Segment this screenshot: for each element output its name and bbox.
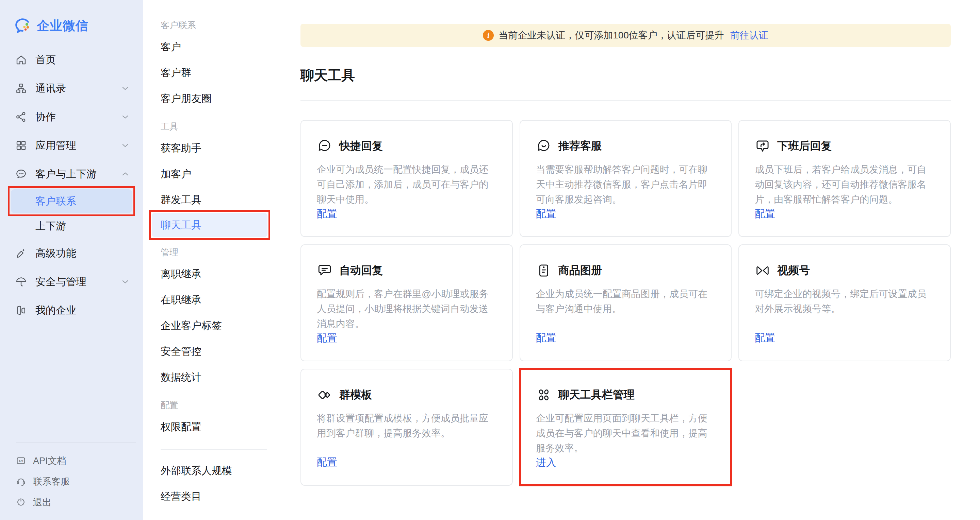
sidebar-item-up-downstream[interactable]: 上下游: [11, 214, 132, 238]
enter-link[interactable]: 进入: [536, 456, 716, 470]
group-template-icon: [317, 387, 332, 403]
submenu-item-resign-inherit[interactable]: 离职继承: [143, 261, 278, 287]
card-group-template: 群模板 将群设置项配置成模板，方便成员批量应用到客户群聊，提高服务效率。 配置: [301, 369, 513, 486]
submenu-section-header: 客户联系: [143, 16, 278, 34]
apps-grid-icon: [15, 140, 27, 152]
card-header: 群模板: [317, 387, 497, 403]
sidebar-item-app-management[interactable]: 应用管理: [0, 131, 143, 160]
chevron-down-icon: [121, 277, 130, 287]
sidebar-item-collaboration[interactable]: 协作: [0, 103, 143, 131]
card-header: 商品图册: [536, 263, 716, 278]
card-title: 视频号: [777, 263, 810, 278]
submenu-item-data-statistics[interactable]: 数据统计: [143, 364, 278, 390]
configure-link[interactable]: 配置: [755, 331, 935, 345]
card-description: 可绑定企业的视频号，绑定后可设置成员 对外展示视频号等。: [755, 287, 935, 316]
submenu-item-label: 客户群: [161, 66, 191, 80]
submenu-item-group-message-tool[interactable]: 群发工具: [143, 187, 278, 213]
submenu-item-customer-tags[interactable]: 企业客户标签: [143, 313, 278, 339]
primary-sidebar: 企业微信 首页 通讯录: [0, 0, 143, 520]
card-title: 快捷回复: [339, 139, 383, 154]
submenu-item-add-customer[interactable]: 加客户: [143, 161, 278, 187]
submenu-item-external-contact-scale[interactable]: 外部联系人规模: [143, 458, 278, 484]
home-icon: [15, 54, 27, 66]
svg-text:API: API: [19, 460, 23, 463]
sidebar-item-api-docs[interactable]: API API文档: [0, 450, 143, 471]
power-icon: [16, 497, 26, 507]
sidebar-item-label: 客户与上下游: [35, 167, 97, 181]
chevron-up-icon: [121, 169, 130, 179]
sidebar-item-label: 我的企业: [35, 303, 76, 317]
card-title: 推荐客服: [558, 139, 602, 154]
sidebar-item-contacts[interactable]: 通讯录: [0, 74, 143, 103]
tool-cards-grid: 快捷回复 企业可为成员统一配置快捷回复，成员还可自己添加，添加后，成员可在与客户…: [301, 120, 951, 486]
submenu-item-lead-assistant[interactable]: 获客助手: [143, 135, 278, 161]
card-description: 将群设置项配置成模板，方便成员批量应用到客户群聊，提高服务效率。: [317, 411, 497, 441]
sidebar-item-customer-contact[interactable]: 客户联系: [11, 189, 132, 213]
card-title: 群模板: [339, 387, 372, 403]
submenu-item-label: 安全管控: [161, 345, 202, 358]
app-window: 企业微信 首页 通讯录: [0, 0, 980, 520]
sidebar-item-home[interactable]: 首页: [0, 46, 143, 74]
submenu-item-label: 权限配置: [161, 420, 202, 434]
sidebar-item-my-company[interactable]: 我的企业: [0, 296, 143, 325]
card-header: 快捷回复: [317, 138, 497, 154]
submenu-item-security-control[interactable]: 安全管控: [143, 339, 278, 364]
chevron-down-icon: [121, 112, 130, 122]
title-divider: [301, 100, 951, 101]
submenu-item-customer-moments[interactable]: 客户朋友圈: [143, 86, 278, 111]
sidebar-item-advanced-features[interactable]: 高级功能: [0, 239, 143, 268]
configure-link[interactable]: 配置: [755, 207, 935, 221]
company-icon: [15, 304, 27, 316]
sidebar-item-label: API文档: [33, 455, 66, 467]
quick-reply-icon: [317, 138, 332, 154]
configure-link[interactable]: 配置: [317, 207, 497, 221]
card-header: 聊天工具栏管理: [536, 387, 716, 403]
card-chat-toolbar-management: 聊天工具栏管理 企业可配置应用页面到聊天工具栏，方便成员在与客户的聊天中查看和使…: [520, 369, 732, 486]
card-product-album: 商品图册 企业为成员统一配置商品图册，成员可在与客户沟通中使用。 配置: [520, 244, 732, 361]
sidebar-item-security-management[interactable]: 安全与管理: [0, 268, 143, 296]
secondary-menu: 客户联系 客户 客户群 客户朋友圈 工具 获客助手 加客户 群发工具 聊天工具 …: [143, 0, 278, 520]
card-title: 商品图册: [558, 263, 602, 278]
submenu-item-label: 数据统计: [161, 371, 202, 384]
product-album-icon: [536, 263, 552, 278]
sidebar-footer-divider: [16, 442, 136, 443]
card-recommend-service: 推荐客服 当需要客服帮助解答客户问题时，可在聊天中主动推荐微信客服，客户点击名片…: [520, 120, 732, 237]
go-verify-link[interactable]: 前往认证: [730, 29, 768, 42]
submenu-item-label: 企业客户标签: [161, 319, 222, 333]
sidebar-item-logout[interactable]: 退出: [0, 492, 143, 512]
card-header: 自动回复: [317, 263, 497, 278]
api-icon: API: [16, 455, 26, 466]
card-auto-reply: 自动回复 配置规则后，客户在群里@小助理或服务人员提问，小助理将根据关键词自动发…: [301, 244, 513, 361]
card-header: 视频号: [755, 263, 935, 278]
sidebar-item-label: 安全与管理: [35, 275, 86, 289]
sidebar-item-customers[interactable]: 客户与上下游: [0, 160, 143, 188]
sidebar-item-label: 客户联系: [35, 194, 76, 208]
chevron-down-icon: [121, 141, 130, 150]
customer-chat-icon: [15, 168, 27, 180]
sidebar-item-contact-support[interactable]: 联系客服: [0, 471, 143, 492]
collaboration-icon: [15, 111, 27, 123]
chevron-down-icon: [121, 84, 130, 93]
submenu-item-customers[interactable]: 客户: [143, 34, 278, 60]
sidebar-item-label: 退出: [33, 496, 51, 509]
submenu-item-onjob-inherit[interactable]: 在职继承: [143, 287, 278, 313]
submenu-item-permission-config[interactable]: 权限配置: [143, 414, 278, 440]
sidebar-item-label: 联系客服: [33, 476, 70, 488]
verification-banner: i 当前企业未认证，仅可添加100位客户，认证后可提升 前往认证: [301, 24, 951, 47]
configure-link[interactable]: 配置: [536, 207, 716, 221]
submenu-item-business-category[interactable]: 经营类目: [143, 484, 278, 509]
sidebar-item-label: 应用管理: [35, 139, 76, 152]
card-channels: 视频号 可绑定企业的视频号，绑定后可设置成员 对外展示视频号等。 配置: [738, 244, 951, 361]
submenu-item-label: 获客助手: [161, 141, 202, 155]
configure-link[interactable]: 配置: [317, 455, 497, 469]
submenu-item-chat-tools[interactable]: 聊天工具: [152, 213, 267, 237]
card-header: 推荐客服: [536, 138, 716, 154]
submenu-section-header: 管理: [143, 243, 278, 261]
card-header: 下班后回复: [755, 138, 935, 154]
page-title: 聊天工具: [301, 66, 951, 85]
submenu-item-customer-groups[interactable]: 客户群: [143, 60, 278, 86]
app-logo[interactable]: 企业微信: [0, 0, 143, 35]
channels-icon: [755, 263, 770, 278]
configure-link[interactable]: 配置: [317, 331, 497, 345]
configure-link[interactable]: 配置: [536, 331, 716, 345]
